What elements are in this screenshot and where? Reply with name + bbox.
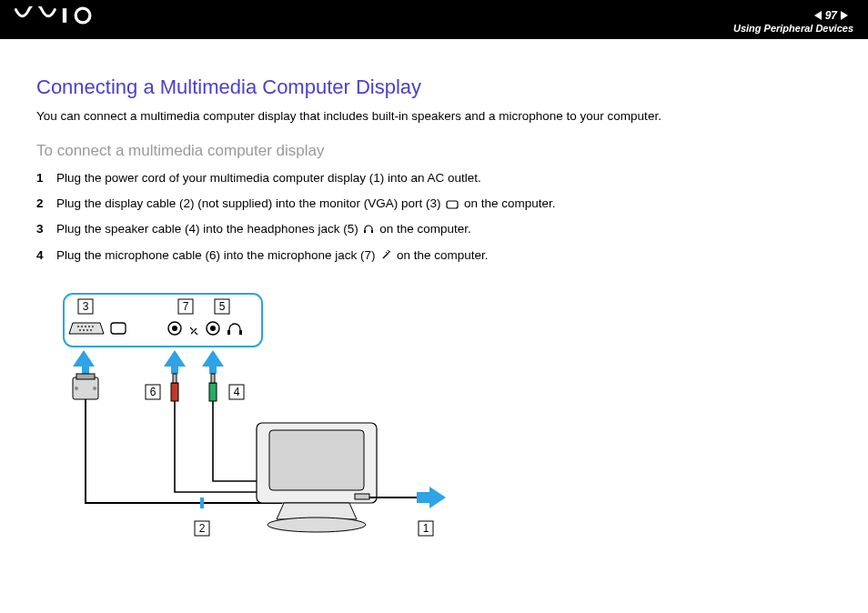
step-number: 4 (36, 246, 56, 265)
step-number: 1 (36, 169, 56, 187)
svg-point-16 (86, 329, 88, 331)
connection-diagram: 3 7 5 (55, 286, 832, 554)
svg-rect-34 (211, 374, 215, 383)
svg-rect-32 (173, 374, 177, 383)
headphones-icon (227, 324, 242, 335)
step-item: 3 Plug the speaker cable (4) into the he… (36, 220, 832, 238)
svg-point-30 (93, 387, 96, 390)
headphones-icon (363, 224, 374, 235)
monitor-port-icon (111, 323, 126, 334)
diagram-label-2: 2 (199, 522, 206, 535)
svg-point-14 (79, 329, 81, 331)
monitor-port-icon (446, 200, 459, 209)
step-text: Plug the power cord of your multimedia c… (56, 169, 481, 187)
svg-point-29 (75, 387, 78, 390)
diagram-label-7: 7 (183, 300, 189, 313)
svg-rect-3 (364, 230, 366, 233)
svg-point-10 (81, 326, 83, 327)
microphone-plug-icon (380, 250, 391, 261)
svg-rect-28 (76, 374, 95, 379)
diagram-label-3: 3 (83, 300, 89, 313)
arrow-icon (417, 487, 446, 508)
diagram-label-1: 1 (423, 522, 429, 535)
svg-point-15 (83, 329, 85, 331)
page-title: Connecting a Multimedia Computer Display (36, 75, 832, 99)
arrow-icon (73, 350, 224, 374)
svg-rect-5 (64, 294, 262, 347)
step-item: 4 Plug the microphone cable (6) into the… (36, 246, 832, 265)
step-item: 2 Plug the display cable (2) (not suppli… (36, 195, 832, 213)
intro-text: You can connect a multimedia computer di… (36, 108, 832, 126)
svg-point-40 (267, 518, 366, 532)
svg-rect-31 (171, 383, 178, 401)
svg-rect-41 (355, 494, 369, 499)
section-subtitle: To connect a multimedia computer display (36, 142, 832, 160)
page-content: Connecting a Multimedia Computer Display… (0, 39, 868, 572)
step-text: Plug the display cable (2) (not supplied… (56, 195, 556, 213)
svg-point-21 (210, 326, 216, 331)
diagram-label-5: 5 (219, 300, 226, 313)
diagram-label-6: 6 (150, 386, 156, 398)
svg-point-9 (77, 326, 79, 327)
svg-rect-2 (447, 201, 458, 208)
svg-point-13 (92, 326, 94, 327)
svg-rect-33 (209, 383, 217, 401)
vga-port-icon (69, 323, 104, 334)
svg-point-12 (88, 326, 90, 327)
svg-rect-4 (371, 230, 373, 233)
svg-rect-37 (200, 497, 204, 508)
microphone-plug-icon (190, 327, 197, 335)
mic-jack-icon (168, 322, 181, 335)
svg-rect-39 (269, 430, 364, 490)
step-item: 1 Plug the power cord of your multimedia… (36, 169, 832, 187)
step-number: 2 (36, 195, 56, 213)
svg-rect-26 (209, 365, 217, 374)
diagram-label-4: 4 (234, 386, 240, 398)
crt-monitor-icon (257, 423, 377, 532)
steps-list: 1 Plug the power cord of your multimedia… (36, 169, 832, 265)
step-text: Plug the speaker cable (4) into the head… (56, 220, 471, 238)
svg-rect-23 (239, 330, 242, 335)
svg-point-1 (76, 8, 90, 23)
svg-point-17 (90, 329, 92, 331)
audio-plug-icon (171, 374, 217, 401)
vga-connector-icon (73, 374, 98, 399)
vaio-logo (15, 6, 106, 25)
svg-point-19 (172, 326, 177, 331)
svg-rect-25 (171, 365, 178, 374)
svg-rect-24 (82, 365, 89, 374)
svg-rect-42 (417, 492, 429, 503)
step-text: Plug the microphone cable (6) into the m… (56, 246, 489, 265)
step-number: 3 (36, 220, 56, 238)
svg-rect-22 (227, 330, 230, 335)
breadcrumb[interactable]: Using Peripheral Devices (733, 23, 853, 34)
svg-rect-0 (63, 8, 66, 23)
headphone-jack-icon (207, 322, 219, 335)
svg-point-11 (85, 326, 86, 327)
cable-2 (86, 399, 282, 503)
